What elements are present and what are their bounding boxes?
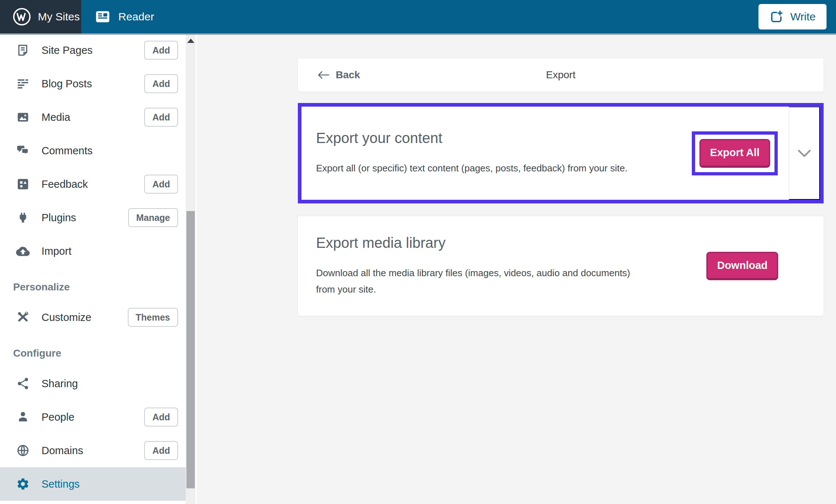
- write-label: Write: [790, 11, 816, 23]
- add-button[interactable]: Add: [144, 41, 178, 60]
- wordpress-logo-icon: [12, 7, 31, 26]
- masterbar-spacer: [154, 0, 758, 33]
- my-sites-menu[interactable]: My Sites: [0, 0, 81, 33]
- page-header-card: Back Export: [298, 58, 824, 92]
- posts-icon: [16, 77, 30, 91]
- feedback-icon: [16, 177, 30, 191]
- sidebar-item-domains[interactable]: Domains Add: [0, 434, 186, 467]
- back-arrow-icon: [318, 71, 330, 79]
- sidebar: Site Pages Add Blog Posts Add: [0, 33, 197, 504]
- themes-button[interactable]: Themes: [128, 308, 178, 327]
- sidebar-item-label: Feedback: [42, 178, 144, 190]
- page-title: Export: [298, 69, 824, 81]
- add-button[interactable]: Add: [144, 441, 178, 460]
- customize-tools-icon: [16, 310, 30, 324]
- sidebar-item-label: People: [42, 411, 144, 423]
- sidebar-item-label: Customize: [42, 311, 128, 324]
- sidebar-item-comments[interactable]: Comments: [0, 134, 186, 167]
- export-media-text: Export media library Download all the me…: [298, 235, 706, 298]
- chevron-down-icon: [797, 149, 811, 158]
- sidebar-item-label: Comments: [42, 145, 178, 157]
- download-button[interactable]: Download: [706, 252, 778, 280]
- sidebar-item-label: Import: [42, 245, 178, 257]
- export-all-highlight-box: Export All: [692, 131, 778, 175]
- sidebar-item-blog-posts[interactable]: Blog Posts Add: [0, 67, 186, 100]
- expand-toggle[interactable]: [789, 107, 820, 200]
- sidebar-item-sharing[interactable]: Sharing: [0, 367, 186, 400]
- reader-menu[interactable]: Reader: [81, 0, 154, 33]
- export-content-card-highlighted: Export your content Export all (or speci…: [298, 103, 824, 203]
- plugin-icon: [16, 211, 30, 225]
- cloud-upload-icon: [16, 244, 30, 258]
- sidebar-item-label: Settings: [42, 478, 178, 490]
- share-icon: [16, 377, 30, 390]
- card-title: Export media library: [316, 235, 706, 251]
- card-title: Export your content: [316, 130, 692, 146]
- sidebar-section-personalize: Personalize: [0, 274, 186, 301]
- sidebar-item-settings[interactable]: Settings: [0, 467, 186, 501]
- back-label: Back: [336, 69, 360, 81]
- sidebar-item-media[interactable]: Media Add: [0, 100, 186, 134]
- sidebar-item-site-pages[interactable]: Site Pages Add: [0, 33, 186, 67]
- sidebar-scrollbar-thumb[interactable]: [186, 211, 195, 488]
- sidebar-item-label: Blog Posts: [42, 78, 144, 90]
- sidebar-section-configure: Configure: [0, 340, 186, 367]
- sidebar-item-customize[interactable]: Customize Themes: [0, 301, 186, 334]
- pages-icon: [16, 43, 30, 57]
- sidebar-item-import[interactable]: Import: [0, 234, 186, 268]
- card-description: Export all (or specific) text content (p…: [316, 160, 665, 176]
- create-post-icon: [769, 9, 784, 24]
- sidebar-item-label: Sharing: [42, 378, 178, 390]
- sidebar-item-label: Site Pages: [42, 44, 144, 56]
- comments-icon: [16, 144, 30, 158]
- back-button[interactable]: Back: [315, 69, 362, 81]
- add-button[interactable]: Add: [144, 408, 178, 426]
- sidebar-item-label: Domains: [42, 445, 144, 457]
- export-content-text: Export your content Export all (or speci…: [301, 130, 692, 176]
- person-icon: [16, 410, 30, 424]
- card-description: Download all the media library files (im…: [316, 265, 644, 298]
- my-sites-label: My Sites: [38, 11, 80, 23]
- gear-icon: [16, 477, 30, 491]
- globe-icon: [16, 444, 30, 457]
- sidebar-item-label: Media: [42, 111, 144, 123]
- scroll-up-arrow-icon[interactable]: [187, 39, 194, 43]
- add-button[interactable]: Add: [144, 175, 178, 194]
- add-button[interactable]: Add: [144, 74, 178, 93]
- export-media-card: Export media library Download all the me…: [298, 216, 824, 316]
- export-all-button[interactable]: Export All: [699, 139, 770, 168]
- sidebar-item-feedback[interactable]: Feedback Add: [0, 167, 186, 201]
- write-button[interactable]: Write: [758, 4, 827, 29]
- manage-button[interactable]: Manage: [128, 208, 178, 227]
- sidebar-item-label: Plugins: [42, 212, 128, 224]
- sidebar-item-people[interactable]: People Add: [0, 400, 186, 434]
- media-icon: [16, 110, 30, 124]
- reader-icon: [94, 8, 111, 25]
- sidebar-scrollbar-track[interactable]: [186, 33, 196, 504]
- main-content: Back Export Export your content Export a…: [197, 33, 836, 504]
- sidebar-item-plugins[interactable]: Plugins Manage: [0, 201, 186, 234]
- masterbar: My Sites Reader Write: [0, 0, 836, 33]
- reader-label: Reader: [118, 11, 154, 23]
- add-button[interactable]: Add: [144, 108, 178, 127]
